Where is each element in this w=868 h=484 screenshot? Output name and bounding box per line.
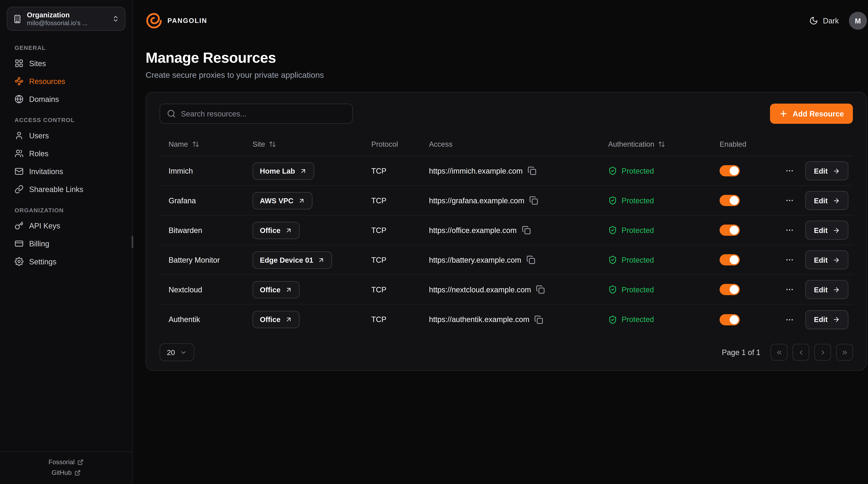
auth-status-badge: Protected (608, 255, 654, 264)
sidebar-resize-handle[interactable] (132, 236, 133, 248)
protocol-value: TCP (371, 285, 386, 294)
access-cell: https://authentik.example.com (420, 315, 599, 324)
sidebar-item-sites[interactable]: Sites (7, 55, 125, 72)
search-input[interactable] (181, 110, 345, 118)
sidebar-item-label: Sites (29, 59, 46, 67)
page-size-select[interactable]: 20 (159, 343, 195, 361)
theme-toggle-button[interactable]: Dark (809, 16, 839, 25)
site-name: AWS VPC (260, 196, 293, 205)
enabled-cell (711, 224, 773, 236)
first-page-button[interactable] (771, 344, 787, 361)
sidebar-item-shareable-links[interactable]: Shareable Links (7, 181, 125, 198)
add-resource-button[interactable]: Add Resource (770, 103, 853, 124)
enabled-toggle[interactable] (720, 224, 740, 236)
brand-name: PANGOLIN (167, 17, 207, 25)
enabled-toggle[interactable] (720, 314, 740, 325)
column-label: Access (429, 140, 453, 148)
next-page-button[interactable] (814, 344, 831, 361)
site-link-button[interactable]: AWS VPC (253, 192, 312, 209)
sidebar-item-users[interactable]: Users (7, 127, 125, 144)
table-row: Battery Monitor Edge Device 01 TCP https… (159, 245, 853, 275)
row-menu-button[interactable] (785, 315, 795, 324)
access-cell: https://nextcloud.example.com (420, 285, 599, 294)
section-label-general: GENERAL (7, 44, 125, 51)
authentication-cell: Protected (599, 285, 711, 294)
edit-button-label: Edit (814, 285, 828, 294)
protocol-value: TCP (371, 167, 386, 175)
edit-button[interactable]: Edit (806, 161, 848, 180)
site-link-button[interactable]: Office (253, 221, 300, 239)
edit-button[interactable]: Edit (806, 280, 848, 299)
org-subtitle: milo@fossorial.io's ... (27, 20, 107, 26)
copy-icon[interactable] (522, 226, 531, 235)
sidebar-item-billing[interactable]: Billing (7, 235, 125, 252)
edit-button[interactable]: Edit (806, 250, 848, 269)
copy-icon[interactable] (534, 315, 544, 324)
sidebar-item-api-keys[interactable]: API Keys (7, 217, 125, 234)
section-label-organization: ORGANIZATION (7, 207, 125, 213)
site-link-button[interactable]: Office (253, 311, 300, 328)
search-box (159, 103, 353, 124)
sort-icon[interactable] (658, 141, 665, 148)
enabled-toggle[interactable] (720, 254, 740, 266)
sidebar-item-label: Resources (29, 77, 65, 85)
edit-button[interactable]: Edit (806, 310, 848, 329)
copy-icon[interactable] (536, 285, 545, 294)
sidebar-item-resources[interactable]: Resources (7, 73, 125, 90)
access-url: https://grafana.example.com (429, 196, 524, 205)
row-menu-button[interactable] (785, 196, 795, 205)
last-page-button[interactable] (836, 344, 853, 361)
access-cell: https://immich.example.com (420, 166, 599, 175)
copy-icon[interactable] (528, 166, 537, 175)
enabled-toggle[interactable] (720, 195, 740, 206)
card-toolbar: Add Resource (159, 103, 853, 124)
page-header: Manage Resources Create secure proxies t… (146, 49, 867, 80)
row-menu-button[interactable] (785, 285, 795, 294)
pagination: 20 Page 1 of 1 (159, 343, 853, 361)
row-menu-button[interactable] (785, 255, 795, 264)
protocol-cell: TCP (362, 167, 420, 175)
sites-grid-icon (14, 59, 24, 68)
edit-button[interactable]: Edit (806, 191, 848, 210)
shield-check-icon (608, 196, 617, 205)
sort-icon[interactable] (269, 141, 276, 148)
auth-status-badge: Protected (608, 166, 654, 175)
prev-page-button[interactable] (792, 344, 809, 361)
row-menu-button[interactable] (785, 166, 795, 175)
row-menu-button[interactable] (785, 226, 795, 235)
fossorial-link[interactable]: Fossorial (49, 459, 84, 465)
arrow-up-right-icon (318, 256, 325, 264)
access-cell: https://office.example.com (420, 226, 599, 235)
edit-button[interactable]: Edit (806, 221, 848, 240)
chevrons-left-icon (775, 349, 783, 356)
avatar[interactable]: M (849, 12, 867, 30)
protocol-value: TCP (371, 315, 386, 324)
copy-icon[interactable] (529, 196, 538, 205)
column-label: Site (253, 140, 265, 148)
gear-icon (14, 257, 24, 266)
mail-icon (14, 167, 24, 176)
copy-icon[interactable] (526, 255, 535, 264)
resource-name-cell: Authentik (159, 315, 244, 324)
enabled-toggle[interactable] (720, 284, 740, 295)
github-link[interactable]: GitHub (52, 469, 81, 476)
site-name: Home Lab (260, 167, 295, 175)
auth-status-label: Protected (622, 256, 654, 264)
resource-name-cell: Immich (159, 167, 244, 175)
auth-status-label: Protected (622, 226, 654, 234)
chevron-right-icon (819, 349, 826, 356)
sidebar-item-settings[interactable]: Settings (7, 253, 125, 270)
sidebar-item-invitations[interactable]: Invitations (7, 163, 125, 180)
site-link-button[interactable]: Edge Device 01 (253, 251, 332, 269)
auth-status-label: Protected (622, 167, 654, 175)
column-label: Name (168, 140, 188, 148)
protocol-cell: TCP (362, 256, 420, 264)
sidebar-item-domains[interactable]: Domains (7, 91, 125, 108)
org-selector[interactable]: Organization milo@fossorial.io's ... (7, 7, 125, 31)
enabled-toggle[interactable] (720, 165, 740, 177)
sort-icon[interactable] (192, 141, 199, 148)
sidebar-item-roles[interactable]: Roles (7, 145, 125, 162)
protocol-value: TCP (371, 256, 386, 264)
site-link-button[interactable]: Home Lab (253, 162, 314, 180)
site-link-button[interactable]: Office (253, 281, 300, 298)
